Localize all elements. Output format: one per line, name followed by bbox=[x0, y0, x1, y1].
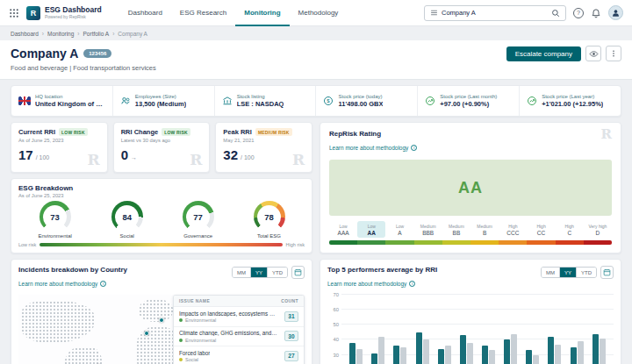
incidents-period-yy[interactable]: YY bbox=[250, 268, 267, 277]
rating-grade-box: AA bbox=[329, 160, 612, 216]
bar-company-average[interactable] bbox=[571, 347, 577, 364]
bar-company-average[interactable] bbox=[371, 353, 377, 364]
bar-company-average[interactable] bbox=[393, 346, 399, 364]
bar-peer-average[interactable] bbox=[511, 334, 517, 364]
search-icon[interactable] bbox=[551, 9, 560, 18]
performers-period-ytd[interactable]: YTD bbox=[576, 268, 596, 277]
incidents-period-mm[interactable]: MM bbox=[233, 268, 250, 277]
bar-group bbox=[349, 295, 363, 364]
info-value: LSE : NASDAQ bbox=[237, 100, 284, 108]
high-risk-label: High risk bbox=[286, 242, 305, 247]
bar-company-average[interactable] bbox=[349, 343, 356, 364]
bar-company-average[interactable] bbox=[482, 346, 488, 364]
scale-grade-label: AA bbox=[357, 230, 385, 236]
bar-peer-average[interactable] bbox=[423, 339, 429, 364]
rri-value: 17 bbox=[18, 147, 33, 162]
app-logo[interactable]: R ESG Dashboard Powered by RepRisk bbox=[26, 6, 102, 20]
incident-row[interactable]: Climate change, GHG emissions, and gl...… bbox=[174, 327, 304, 347]
bar-company-average[interactable] bbox=[460, 335, 466, 364]
search-box[interactable] bbox=[424, 5, 566, 21]
bar-peer-average[interactable] bbox=[378, 337, 384, 364]
kebab-menu-button[interactable] bbox=[606, 46, 621, 61]
breadcrumb-separator: › bbox=[77, 31, 79, 37]
gauge-value: 84 bbox=[115, 205, 139, 229]
escalate-company-button[interactable]: Escalate company bbox=[506, 46, 581, 61]
bar-group bbox=[416, 295, 429, 364]
search-input[interactable] bbox=[442, 9, 548, 17]
nav-item-esg-research[interactable]: ESG Research bbox=[171, 0, 235, 26]
risk-gradient-bar bbox=[40, 243, 282, 246]
breadcrumb-item-monitoring[interactable]: Monitoring bbox=[47, 31, 74, 37]
bar-company-average[interactable] bbox=[504, 339, 510, 364]
breadcrumb-item-portfolio-a[interactable]: Portfolio A bbox=[83, 31, 110, 37]
scale-grade-label: A bbox=[385, 230, 413, 236]
incidents-methodology-link[interactable]: Learn more about methodology i bbox=[18, 281, 106, 287]
incident-row[interactable]: Impacts on landscapes, ecosystems an...E… bbox=[174, 307, 304, 327]
dollar-icon: $ bbox=[323, 96, 334, 106]
incidents-titles: Incidents breakdown by Country Learn mor… bbox=[18, 266, 127, 289]
bar-company-average[interactable] bbox=[416, 332, 422, 364]
calendar-icon[interactable] bbox=[600, 266, 614, 279]
bar-company-average[interactable] bbox=[526, 350, 532, 364]
gauge-label: Total ESG bbox=[254, 233, 285, 239]
bell-icon[interactable] bbox=[591, 8, 601, 18]
bar-peer-average[interactable] bbox=[533, 355, 539, 364]
bar-peer-average[interactable] bbox=[356, 349, 363, 364]
map-marker[interactable] bbox=[159, 318, 164, 323]
performers-period-mm[interactable]: MM bbox=[542, 268, 559, 277]
rating-scale: LowAAALowAALowAMediumBBBMediumBBMediumBH… bbox=[329, 221, 612, 238]
company-header-top: Company A 123456 Escalate company bbox=[11, 46, 621, 61]
performers-title: Top 5 performers average by RRI bbox=[327, 266, 437, 274]
bar-peer-average[interactable] bbox=[600, 339, 606, 364]
bar-peer-average[interactable] bbox=[489, 350, 495, 364]
rating-methodology-link[interactable]: Learn more about methodology i bbox=[329, 145, 417, 151]
bar-company-average[interactable] bbox=[548, 337, 554, 364]
bar-peer-average[interactable] bbox=[578, 341, 584, 364]
rating-scale-d: Very highD bbox=[584, 221, 612, 238]
nav-item-dashboard[interactable]: Dashboard bbox=[119, 0, 171, 26]
calendar-icon[interactable] bbox=[291, 266, 305, 279]
nav-item-monitoring[interactable]: Monitoring bbox=[235, 0, 289, 26]
top-performers-card: Top 5 performers average by RRI Learn mo… bbox=[320, 259, 621, 364]
info-value: 13,500 (Medium) bbox=[135, 100, 186, 108]
performers-methodology-link[interactable]: Learn more about methodology i bbox=[327, 281, 415, 287]
gauge-total-esg: 78Total ESG bbox=[254, 201, 285, 239]
rri-card-title: Current RRI bbox=[18, 128, 55, 136]
rating-scale-c: HighC bbox=[556, 221, 584, 238]
incidents-period-ytd[interactable]: YTD bbox=[267, 268, 287, 277]
incidents-card: Incidents breakdown by Country Learn mor… bbox=[11, 259, 312, 364]
row-2: Current RRILOW RISKAs of June 25, 202317… bbox=[11, 122, 621, 253]
row-2-left: Current RRILOW RISKAs of June 25, 202317… bbox=[11, 122, 312, 253]
breadcrumb-item-company-a[interactable]: Company A bbox=[118, 31, 147, 37]
logo-icon: R bbox=[26, 6, 40, 20]
scale-risk-label: High bbox=[556, 224, 584, 229]
scale-risk-label: High bbox=[527, 224, 555, 229]
bar-peer-average[interactable] bbox=[400, 347, 406, 364]
chart-plot bbox=[341, 295, 614, 364]
rating-scale-aaa: LowAAA bbox=[329, 221, 357, 238]
watch-eye-button[interactable] bbox=[585, 46, 601, 61]
methodology-link-text: Learn more about methodology bbox=[327, 281, 406, 287]
help-icon[interactable]: ? bbox=[573, 8, 584, 18]
nav-item-methodology[interactable]: Methodology bbox=[290, 0, 348, 26]
scale-risk-label: Low bbox=[329, 224, 357, 229]
bar-company-average[interactable] bbox=[438, 349, 444, 364]
bar-group bbox=[371, 295, 384, 364]
main-content: HQ locationUnited Kingdom of Great...Emp… bbox=[0, 80, 632, 364]
bar-company-average[interactable] bbox=[592, 334, 599, 364]
bar-peer-average[interactable] bbox=[467, 343, 473, 364]
incident-name: Impacts on landscapes, ecosystems an... bbox=[179, 310, 277, 317]
performers-period-yy[interactable]: YY bbox=[559, 268, 576, 277]
user-avatar[interactable] bbox=[608, 5, 623, 20]
nav-links: DashboardESG ResearchMonitoringMethodolo… bbox=[119, 0, 348, 26]
bar-peer-average[interactable] bbox=[555, 345, 561, 364]
y-tick-label: 50 bbox=[334, 322, 339, 327]
breadcrumb-item-dashboard[interactable]: Dashboard bbox=[11, 31, 39, 37]
incidents-controls: MMYYYTD bbox=[232, 266, 305, 279]
colorbar-segment bbox=[556, 240, 584, 245]
apps-grid-icon[interactable] bbox=[9, 8, 19, 18]
scale-grade-label: CC bbox=[527, 230, 555, 236]
incident-row[interactable]: Forced laborSocial27 bbox=[174, 346, 304, 364]
bar-peer-average[interactable] bbox=[445, 346, 451, 364]
rri-card-date: As of June 25, 2023 bbox=[18, 138, 100, 143]
